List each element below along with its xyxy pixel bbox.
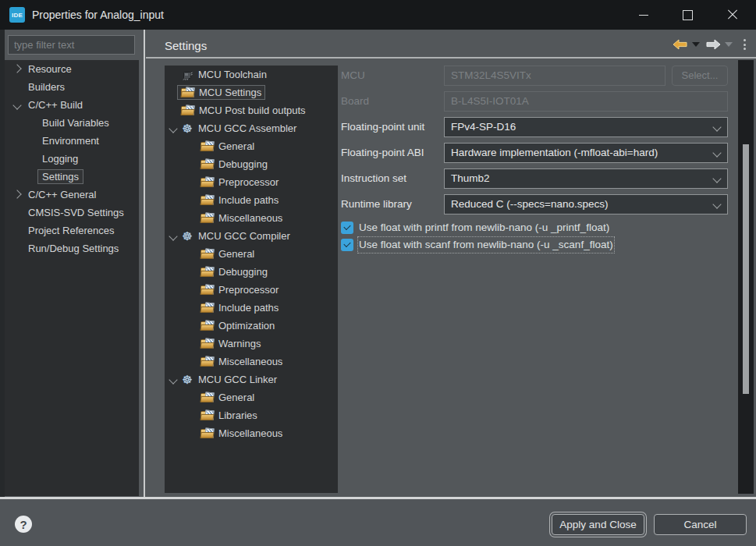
chip-icon (181, 69, 193, 81)
scrollbar-thumb[interactable] (743, 144, 749, 394)
tree-item-linker-general[interactable]: General (165, 388, 338, 406)
folder-icon (201, 410, 214, 421)
folder-icon (201, 249, 214, 260)
chevron-down-icon[interactable] (169, 375, 177, 384)
folder-icon (201, 303, 214, 314)
folder-icon (201, 141, 214, 152)
sidebar-item-builders[interactable]: Builders (5, 78, 139, 96)
page-title: Settings (165, 35, 207, 57)
chevron-down-icon (712, 200, 721, 208)
tree-item-mcu-settings[interactable]: MCU Settings (165, 83, 338, 101)
scanf-float-checkbox-label[interactable]: Use float with scanf from newlib-nano (-… (359, 238, 613, 252)
floating-point-abi-dropdown[interactable]: Hardware implementation (-mfloat-abi=har… (444, 143, 728, 163)
tree-item-mcu-gcc-assembler[interactable]: MCU GCC Assembler (165, 119, 338, 137)
floating-point-unit-label: Floating-point unit (341, 117, 424, 137)
tree-item-mcu-gcc-linker[interactable]: MCU GCC Linker (165, 370, 338, 388)
tree-item-compiler-include-paths[interactable]: Include paths (165, 299, 338, 317)
tree-item-assembler-miscellaneous[interactable]: Miscellaneous (165, 209, 338, 227)
folder-icon (201, 285, 214, 296)
folder-icon (181, 87, 194, 98)
chevron-down-icon (712, 148, 721, 157)
folder-icon (201, 356, 214, 367)
settings-sections-tree: MCU Toolchain MCU Settings MCU Post buil… (165, 66, 338, 493)
tree-item-compiler-general[interactable]: General (165, 245, 338, 263)
folder-icon (201, 339, 214, 349)
toolchain-wheel-icon (181, 374, 193, 386)
sidebar-item-resource[interactable]: Resource (5, 60, 139, 78)
toolchain-wheel-icon (181, 122, 193, 135)
board-label: Board (341, 91, 369, 112)
mcu-select-button: Select... (672, 66, 728, 86)
folder-icon (201, 177, 214, 188)
cancel-button[interactable]: Cancel (654, 514, 747, 535)
tree-item-compiler-preprocessor[interactable]: Preprocessor (165, 281, 338, 299)
tree-item-mcu-toolchain[interactable]: MCU Toolchain (165, 66, 338, 83)
tree-item-assembler-general[interactable]: General (165, 137, 338, 155)
sidebar-item-cpp-build[interactable]: C/C++ Build (5, 96, 139, 114)
toolchain-wheel-icon (181, 230, 193, 243)
apply-and-close-button[interactable]: Apply and Close (552, 514, 644, 535)
close-button[interactable] (715, 0, 751, 30)
sidebar-item-run-debug-settings[interactable]: Run/Debug Settings (5, 239, 139, 257)
tree-item-assembler-debugging[interactable]: Debugging (165, 155, 338, 173)
floating-point-unit-dropdown[interactable]: FPv4-SP-D16 (444, 117, 728, 137)
runtime-library-dropdown[interactable]: Reduced C (--specs=nano.specs) (444, 194, 728, 214)
folder-icon (201, 159, 214, 170)
tree-item-linker-miscellaneous[interactable]: Miscellaneous (165, 424, 338, 442)
title-bar: IDE Properties for Analog_input (0, 0, 756, 30)
tree-item-assembler-include-paths[interactable]: Include paths (165, 191, 338, 209)
mcu-field: STM32L4S5VITx (444, 66, 665, 86)
checkbox-checked-icon[interactable] (341, 222, 353, 234)
tree-item-mcu-post-build-outputs[interactable]: MCU Post build outputs (165, 101, 338, 119)
sidebar-item-logging[interactable]: Logging (5, 150, 139, 168)
sidebar-item-cmsis-svd-settings[interactable]: CMSIS-SVD Settings (5, 204, 139, 222)
properties-dialog: IDE Properties for Analog_input Resource… (0, 0, 756, 546)
dialog-footer: ? Apply and Close Cancel (0, 499, 756, 546)
maximize-icon (683, 10, 693, 20)
minimize-button[interactable] (626, 0, 662, 30)
sidebar-item-build-variables[interactable]: Build Variables (5, 114, 139, 132)
back-arrow-icon (673, 39, 687, 50)
chevron-down-icon[interactable] (169, 232, 177, 240)
selected-item-box: MCU Settings (177, 85, 265, 100)
sidebar-item-project-references[interactable]: Project References (5, 222, 139, 239)
forward-arrow-icon (706, 39, 721, 50)
sidebar-item-settings[interactable]: Settings (5, 168, 139, 186)
tree-item-compiler-miscellaneous[interactable]: Miscellaneous (165, 353, 338, 370)
tree-item-compiler-debugging[interactable]: Debugging (165, 263, 338, 281)
sidebar-item-environment[interactable]: Environment (5, 132, 139, 150)
back-button[interactable] (669, 35, 690, 54)
sidebar-item-cpp-general[interactable]: C/C++ General (5, 186, 139, 204)
folder-icon (201, 392, 214, 403)
selected-item-box: Settings (37, 169, 83, 184)
tree-item-compiler-warnings[interactable]: Warnings (165, 335, 338, 353)
view-menu-button[interactable] (741, 37, 747, 52)
panel-separator[interactable] (144, 30, 145, 497)
header-separator (146, 57, 756, 58)
folder-icon (181, 105, 194, 116)
dropdown-triangle-icon (692, 42, 700, 47)
help-button[interactable]: ? (15, 516, 32, 533)
chevron-down-icon (712, 122, 721, 131)
board-field: B-L4S5I-IOT01A (444, 91, 728, 112)
filter-input[interactable] (8, 35, 135, 55)
instruction-set-dropdown[interactable]: Thumb2 (444, 168, 728, 189)
app-logo-icon: IDE (9, 7, 25, 23)
folder-icon (201, 195, 214, 206)
tree-item-mcu-gcc-compiler[interactable]: MCU GCC Compiler (165, 227, 338, 245)
tree-item-assembler-preprocessor[interactable]: Preprocessor (165, 173, 338, 191)
maximize-button[interactable] (669, 0, 705, 30)
runtime-library-label: Runtime library (341, 194, 412, 214)
forward-history-dropdown (722, 35, 735, 54)
back-history-dropdown[interactable] (690, 35, 702, 54)
checkbox-checked-icon[interactable] (341, 239, 353, 251)
properties-category-tree: Resource Builders C/C++ Build Build Vari… (5, 60, 139, 496)
chevron-down-icon (712, 174, 721, 183)
minimize-icon (639, 15, 648, 16)
tree-item-linker-libraries[interactable]: Libraries (165, 406, 338, 424)
chevron-down-icon[interactable] (169, 124, 177, 133)
vertical-scrollbar[interactable] (738, 60, 754, 494)
tree-item-compiler-optimization[interactable]: Optimization (165, 317, 338, 335)
forward-button (703, 35, 723, 54)
printf-float-checkbox-label[interactable]: Use float with printf from newlib-nano (… (359, 221, 609, 235)
